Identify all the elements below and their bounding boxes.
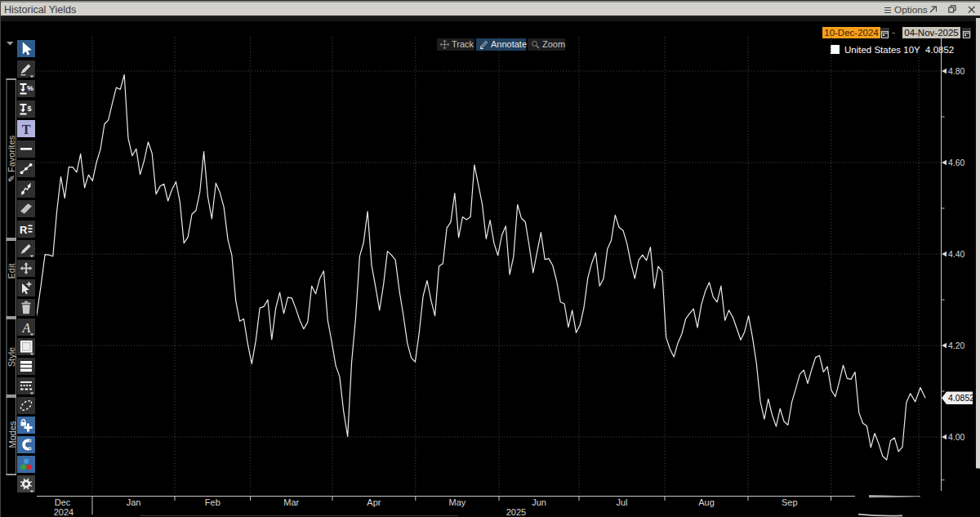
svg-text:4.0852: 4.0852 — [948, 393, 974, 403]
svg-text:$: $ — [28, 105, 32, 113]
svg-text:4.80: 4.80 — [948, 66, 965, 76]
svg-text:%: % — [27, 84, 33, 92]
svg-text:Jul: Jul — [616, 497, 627, 507]
svg-text:4.40: 4.40 — [948, 249, 965, 259]
svg-text:Feb: Feb — [205, 497, 220, 507]
svg-text:4.60: 4.60 — [948, 158, 965, 167]
svg-text:Dec: Dec — [55, 497, 71, 507]
svg-text:Sep: Sep — [782, 497, 798, 507]
svg-text:Jun: Jun — [532, 497, 546, 507]
svg-text:4.20: 4.20 — [948, 341, 965, 350]
svg-text:R: R — [20, 223, 28, 235]
svg-text:4.00: 4.00 — [948, 432, 965, 442]
svg-text:Apr: Apr — [367, 497, 381, 507]
svg-text:A: A — [22, 321, 31, 335]
svg-text:2024: 2024 — [54, 507, 74, 517]
svg-text:Jan: Jan — [127, 497, 141, 507]
svg-text:Mar: Mar — [283, 497, 299, 507]
svg-text:T: T — [22, 123, 31, 136]
svg-text:Aug: Aug — [698, 497, 715, 507]
svg-text:May: May — [449, 497, 466, 507]
svg-text:2025: 2025 — [506, 507, 526, 517]
